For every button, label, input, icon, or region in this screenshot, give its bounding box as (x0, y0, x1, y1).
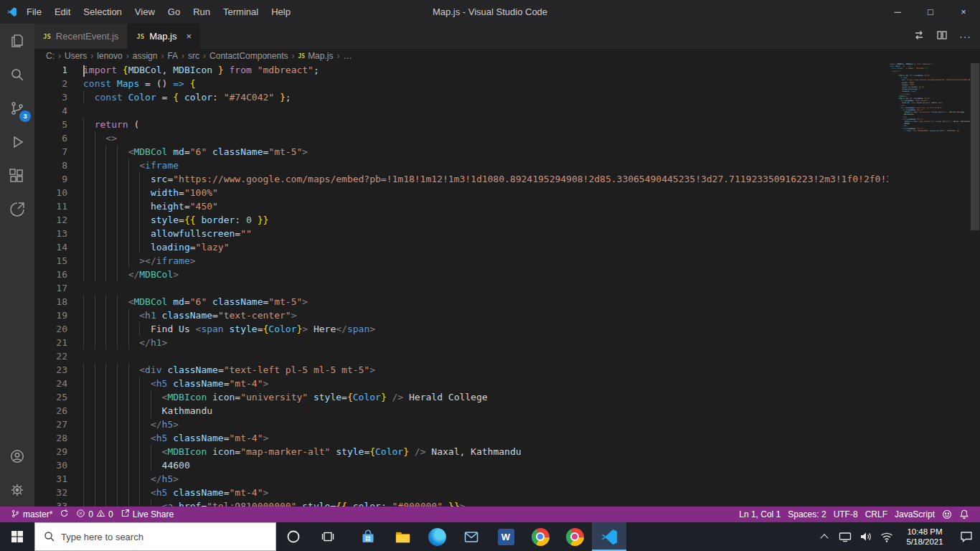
action-center-icon[interactable] (953, 522, 980, 551)
chrome-icon[interactable] (523, 522, 557, 551)
mail-icon[interactable] (454, 522, 489, 551)
run-debug-icon[interactable] (0, 125, 34, 159)
minimize-button[interactable]: ─ (881, 0, 914, 24)
taskbar-clock[interactable]: 10:48 PM 5/18/2021 (897, 527, 953, 547)
code-line[interactable]: 7 <MDBCol md="6" className="mt-5"> (34, 145, 888, 159)
menu-item-edit[interactable]: Edit (48, 0, 77, 24)
code-line[interactable]: 30 44600 (34, 458, 888, 472)
menu-item-view[interactable]: View (128, 0, 161, 24)
close-window-button[interactable]: × (947, 0, 980, 24)
code-line[interactable]: 26 Kathmandu (34, 404, 888, 418)
feedback-smiley-icon[interactable] (938, 507, 956, 522)
eol-status[interactable]: CRLF (862, 507, 891, 522)
vscode-taskbar-icon[interactable] (592, 522, 626, 551)
start-button[interactable] (0, 522, 34, 551)
notifications-bell-icon[interactable] (956, 507, 973, 522)
taskbar-search[interactable] (34, 522, 276, 551)
cortana-icon[interactable] (276, 522, 311, 551)
menu-item-help[interactable]: Help (265, 0, 297, 24)
menu-item-run[interactable]: Run (187, 0, 217, 24)
code-line[interactable]: 9 src="https://www.google.com/maps/embed… (34, 172, 888, 186)
language-mode[interactable]: JavaScript (891, 507, 938, 522)
code-line[interactable]: 20 Find Us <span style={Color}> Here</sp… (34, 322, 888, 336)
chrome-profile-icon[interactable] (557, 522, 592, 551)
volume-icon[interactable] (855, 522, 876, 551)
menu-item-selection[interactable]: Selection (77, 0, 128, 24)
taskbar-search-input[interactable] (55, 532, 275, 542)
code-line[interactable]: 2const Maps = () => { (34, 77, 888, 90)
code-line[interactable]: 5 return ( (34, 118, 888, 131)
encoding-status[interactable]: UTF-8 (830, 507, 862, 522)
code-line[interactable]: 17 (34, 281, 888, 295)
live-share-icon[interactable] (0, 192, 34, 226)
breadcrumb-item[interactable]: Users (65, 51, 87, 61)
indentation-status[interactable]: Spaces: 2 (784, 507, 829, 522)
close-tab-icon[interactable]: × (186, 31, 192, 42)
code-line[interactable]: 16 </MDBCol> (34, 268, 888, 281)
code-line[interactable]: 1import {MDBCol, MDBIcon } from "mdbreac… (34, 63, 888, 77)
code-line[interactable]: 23 <div className="text-left pl-5 ml-5 m… (34, 363, 888, 377)
tab-map.js[interactable]: JSMap.js× (128, 24, 201, 49)
edge-browser-icon[interactable] (420, 522, 454, 551)
code-line[interactable]: 19 <h1 className="text-center"> (34, 309, 888, 322)
code-line[interactable]: 15 ></iframe> (34, 254, 888, 268)
source-control-icon[interactable]: 3 (0, 91, 34, 125)
live-share-status[interactable]: Live Share (117, 507, 177, 522)
scrollbar-thumb[interactable] (971, 63, 979, 230)
menu-item-file[interactable]: File (20, 0, 48, 24)
settings-gear-icon[interactable] (0, 473, 34, 507)
cursor-position[interactable]: Ln 1, Col 1 (735, 507, 784, 522)
git-branch-status[interactable]: master* (7, 507, 56, 522)
code-line[interactable]: 11 height="450" (34, 199, 888, 213)
code-line[interactable]: 29 <MDBIcon icon="map-marker-alt" style=… (34, 445, 888, 458)
breadcrumb-item[interactable]: … (343, 51, 352, 61)
menu-item-terminal[interactable]: Terminal (217, 0, 265, 24)
extensions-icon[interactable] (0, 159, 34, 192)
file-explorer-icon[interactable] (385, 522, 420, 551)
breadcrumb-item[interactable]: assign (133, 51, 158, 61)
code-line[interactable]: 24 <h5 className="mt-4"> (34, 377, 888, 390)
code-line[interactable]: 32 <h5 className="mt-4"> (34, 486, 888, 499)
microsoft-store-icon[interactable] (351, 522, 385, 551)
split-editor-icon[interactable] (936, 29, 948, 44)
vertical-scrollbar[interactable] (970, 63, 980, 507)
code-line[interactable]: 14 loading="lazy" (34, 240, 888, 254)
accounts-icon[interactable] (0, 439, 34, 473)
word-icon[interactable]: W (489, 522, 523, 551)
explorer-icon[interactable] (0, 24, 34, 57)
code-line[interactable]: 3 const Color = { color: "#74C042" }; (34, 90, 888, 104)
sync-button[interactable] (56, 507, 72, 522)
display-icon[interactable] (834, 522, 855, 551)
code-line[interactable]: 12 style={{ border: 0 }} (34, 213, 888, 227)
maximize-button[interactable]: □ (914, 0, 947, 24)
breadcrumb-item[interactable]: C: (46, 51, 55, 61)
code-line[interactable]: 31 </h5> (34, 472, 888, 486)
editor-viewport[interactable]: 1import {MDBCol, MDBIcon } from "mdbreac… (34, 63, 980, 507)
breadcrumb-item[interactable]: src (188, 51, 199, 61)
code-line[interactable]: 6 <> (34, 131, 888, 145)
tab-recentevent.js[interactable]: JSRecentEvent.js (34, 24, 128, 49)
network-wifi-icon[interactable] (876, 522, 897, 551)
code-line[interactable]: 13 allowfullscreen="" (34, 227, 888, 240)
code-line[interactable]: 10 width="100%" (34, 186, 888, 199)
breadcrumb-item[interactable]: ContactComponents (209, 51, 288, 61)
breadcrumb-item[interactable]: FA (167, 51, 178, 61)
code-line[interactable]: 25 <MDBIcon icon="university" style={Col… (34, 390, 888, 404)
task-view-icon[interactable] (311, 522, 345, 551)
problems-status[interactable]: 0 0 (72, 507, 116, 522)
code-line[interactable]: 22 (34, 349, 888, 363)
tray-expand-icon[interactable] (814, 522, 834, 551)
code-line[interactable]: 18 <MDBCol md="6" className="mt-5"> (34, 295, 888, 309)
breadcrumb-item[interactable]: Map.js (308, 51, 333, 61)
code-line[interactable]: 21 </h1> (34, 336, 888, 349)
breadcrumb-item[interactable]: lenovo (97, 51, 122, 61)
code-line[interactable]: 4 (34, 104, 888, 118)
code-line[interactable]: 33 <a href="tel:9810000000" style={{ col… (34, 499, 888, 507)
more-actions-icon[interactable]: ··· (959, 31, 971, 42)
menu-item-go[interactable]: Go (161, 0, 187, 24)
open-changes-icon[interactable] (913, 29, 925, 44)
code-line[interactable]: 28 <h5 className="mt-4"> (34, 431, 888, 445)
code-line[interactable]: 27 </h5> (34, 418, 888, 431)
minimap[interactable]: import {MDBCol, MDBIcon } from "mdbreact… (890, 63, 970, 507)
code-line[interactable]: 8 <iframe (34, 159, 888, 172)
